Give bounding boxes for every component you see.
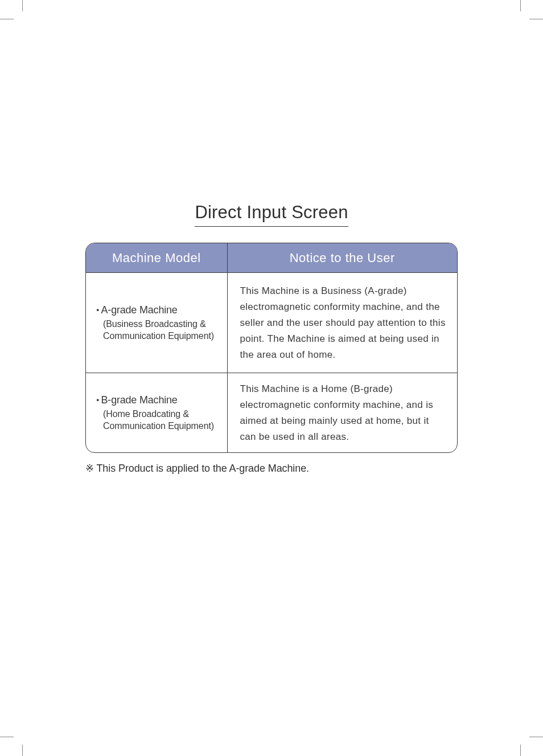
model-title: A-grade Machine xyxy=(96,304,219,316)
crop-mark xyxy=(529,19,543,19)
header-notice: Notice to the User xyxy=(227,243,457,273)
header-machine-model: Machine Model xyxy=(86,243,227,273)
table-row: A-grade Machine (Business Broadcasting &… xyxy=(86,273,457,373)
crop-mark xyxy=(22,0,23,11)
crop-mark xyxy=(529,737,543,737)
notice-cell-b-grade: This Machine is a Home (B-grade) electro… xyxy=(227,373,457,453)
model-subtitle: (Business Broadcasting & Communication E… xyxy=(96,318,219,342)
model-subtitle: (Home Broadcating & Communication Equipm… xyxy=(96,408,219,432)
machine-table: Machine Model Notice to the User A-grade… xyxy=(85,243,458,453)
page-content: Direct Input Screen Machine Model Notice… xyxy=(0,0,543,475)
table-header-row: Machine Model Notice to the User xyxy=(86,243,457,273)
notice-cell-a-grade: This Machine is a Business (A-grade) ele… xyxy=(227,273,457,373)
model-cell-b-grade: B-grade Machine (Home Broadcating & Comm… xyxy=(86,373,227,453)
crop-mark xyxy=(22,745,23,756)
crop-mark xyxy=(520,745,521,756)
table-row: B-grade Machine (Home Broadcating & Comm… xyxy=(86,373,457,453)
model-cell-a-grade: A-grade Machine (Business Broadcasting &… xyxy=(86,273,227,373)
model-title: B-grade Machine xyxy=(96,394,219,406)
footnote: ※ This Product is applied to the A-grade… xyxy=(85,462,458,475)
crop-mark xyxy=(520,0,521,11)
crop-mark xyxy=(0,19,14,19)
page-title: Direct Input Screen xyxy=(195,202,348,227)
crop-mark xyxy=(0,737,14,737)
